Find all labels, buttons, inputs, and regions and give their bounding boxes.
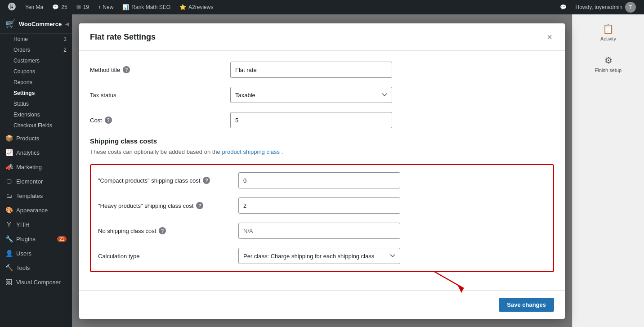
shipping-class-title: Shipping class costs	[90, 137, 554, 145]
elementor-icon: ⬡	[5, 178, 13, 185]
sidebar-item-coupons[interactable]: Coupons	[0, 66, 72, 77]
sidebar-item-home[interactable]: Home 3	[0, 34, 72, 45]
admin-bar: 🅦 Yen Ma 💬 25 ✉ 19 + New 📊 Rank Math SEO…	[0, 0, 644, 14]
modal-header: Flat rate Settings ×	[79, 23, 565, 51]
no-shipping-class-row: No shipping class cost ?	[98, 223, 546, 239]
modal-footer: Save changes	[79, 290, 565, 319]
yith-icon: Y	[5, 221, 13, 228]
tax-status-label: Tax status	[90, 92, 225, 99]
user-menu[interactable]: Howdy, tuyenadmin T	[571, 2, 641, 13]
woo-icon: 🛒	[5, 19, 15, 29]
calculation-type-select[interactable]: Per class: Charge shipping for each ship…	[238, 248, 400, 264]
page-wrapper: 🛒 WooCommerce ◀ Home 3 Orders 2 Customer…	[0, 0, 644, 327]
sidebar-item-templates[interactable]: 🗂 Templates	[0, 188, 72, 203]
vc-icon: 🖼	[5, 278, 13, 286]
adminbar-right: 💬 Howdy, tuyenadmin T	[555, 0, 641, 14]
no-shipping-class-label: No shipping class cost ?	[98, 227, 233, 234]
right-panel: 📋 Activity ⚙ Finish setup	[572, 14, 644, 327]
cost-label: Cost ?	[90, 116, 225, 124]
sidebar-item-analytics[interactable]: 📈 Analytics	[0, 145, 72, 160]
wp-logo[interactable]: 🅦	[4, 0, 21, 14]
heavy-products-input[interactable]	[238, 197, 400, 214]
modal-close-button[interactable]: ×	[545, 31, 554, 43]
sidebar-item-orders[interactable]: Orders 2	[0, 45, 72, 55]
compact-products-help[interactable]: ?	[203, 177, 210, 184]
sidebar-item-elementor[interactable]: ⬡ Elementor	[0, 174, 72, 188]
sidebar-item-extensions[interactable]: Extensions	[0, 109, 72, 120]
shipping-class-highlight-box: "Compact products" shipping class cost ?…	[90, 164, 554, 272]
woocommerce-logo[interactable]: 🛒 WooCommerce ◀	[0, 14, 72, 34]
analytics-icon: 📈	[5, 149, 13, 156]
templates-icon: 🗂	[5, 192, 13, 199]
sidebar: 🛒 WooCommerce ◀ Home 3 Orders 2 Customer…	[0, 14, 72, 327]
activity-icon: 📋	[603, 23, 614, 34]
users-icon: 👤	[5, 250, 13, 257]
tools-icon: 🔨	[5, 264, 13, 271]
sidebar-item-customers[interactable]: Customers	[0, 55, 72, 66]
compact-products-row: "Compact products" shipping class cost ?	[98, 172, 546, 188]
appearance-icon: 🎨	[5, 206, 13, 214]
method-title-row: Method title ?	[90, 62, 554, 78]
a2reviews[interactable]: ⭐ A2reviews	[175, 0, 218, 14]
heavy-products-help[interactable]: ?	[196, 202, 203, 209]
modal-title: Flat rate Settings	[90, 32, 156, 42]
sidebar-item-reports[interactable]: Reports	[0, 77, 72, 88]
sidebar-item-marketing[interactable]: 📣 Marketing	[0, 160, 72, 174]
sidebar-item-users[interactable]: 👤 Users	[0, 246, 72, 260]
site-name[interactable]: Yen Ma	[21, 0, 48, 14]
finish-setup-button[interactable]: ⚙ Finish setup	[590, 50, 626, 77]
sidebar-item-checkout-fields[interactable]: Checkout Fields	[0, 120, 72, 131]
shipping-class-desc: These costs can optionally be added base…	[90, 148, 554, 155]
comments-count[interactable]: 💬 25	[48, 0, 72, 14]
chat-button[interactable]: 💬	[555, 0, 571, 14]
heavy-products-label: "Heavy products" shipping class cost ?	[98, 202, 233, 209]
calculation-type-label: Calculation type	[98, 253, 233, 260]
main-content: Flat rate Settings × Method title ?	[72, 14, 572, 327]
plugins-icon: 🔧	[5, 235, 13, 242]
cost-input[interactable]	[230, 112, 392, 128]
compact-products-label: "Compact products" shipping class cost ?	[98, 177, 233, 184]
modal-body: Method title ? Tax status Taxable None	[79, 51, 565, 290]
sidebar-item-plugins[interactable]: 🔧 Plugins 21	[0, 232, 72, 246]
modal-backdrop: Flat rate Settings × Method title ?	[72, 14, 572, 327]
sidebar-item-visual-composer[interactable]: 🖼 Visual Composer	[0, 275, 72, 289]
method-title-label: Method title ?	[90, 66, 225, 73]
activity-button[interactable]: 📋 Activity	[596, 19, 621, 46]
sidebar-item-settings[interactable]: Settings	[0, 88, 72, 99]
sidebar-item-tools[interactable]: 🔨 Tools	[0, 260, 72, 275]
heavy-products-row: "Heavy products" shipping class cost ?	[98, 197, 546, 214]
cost-row: Cost ?	[90, 112, 554, 128]
flat-rate-modal: Flat rate Settings × Method title ?	[79, 23, 565, 319]
no-shipping-class-help[interactable]: ?	[159, 227, 166, 234]
sidebar-item-products[interactable]: 📦 Products	[0, 131, 72, 145]
sidebar-item-status[interactable]: Status	[0, 99, 72, 109]
rank-math-seo[interactable]: 📊 Rank Math SEO	[118, 0, 175, 14]
method-title-input[interactable]	[230, 62, 392, 78]
no-shipping-class-input[interactable]	[238, 223, 400, 239]
sidebar-item-yith[interactable]: Y YITH	[0, 217, 72, 232]
marketing-icon: 📣	[5, 163, 13, 170]
messages-count[interactable]: ✉ 19	[72, 0, 94, 14]
finish-setup-icon: ⚙	[604, 55, 613, 66]
method-title-help[interactable]: ?	[123, 66, 130, 73]
cost-help[interactable]: ?	[105, 116, 112, 124]
compact-products-input[interactable]	[238, 172, 400, 188]
products-icon: 📦	[5, 134, 13, 142]
tax-status-select[interactable]: Taxable None	[230, 87, 392, 103]
calculation-type-row: Calculation type Per class: Charge shipp…	[98, 248, 546, 264]
save-changes-button[interactable]: Save changes	[499, 298, 554, 312]
new-content-button[interactable]: + New	[94, 0, 118, 14]
sidebar-item-appearance[interactable]: 🎨 Appearance	[0, 203, 72, 217]
product-shipping-class-link[interactable]: product shipping class	[222, 148, 280, 155]
tax-status-row: Tax status Taxable None	[90, 87, 554, 103]
avatar: T	[625, 2, 636, 13]
